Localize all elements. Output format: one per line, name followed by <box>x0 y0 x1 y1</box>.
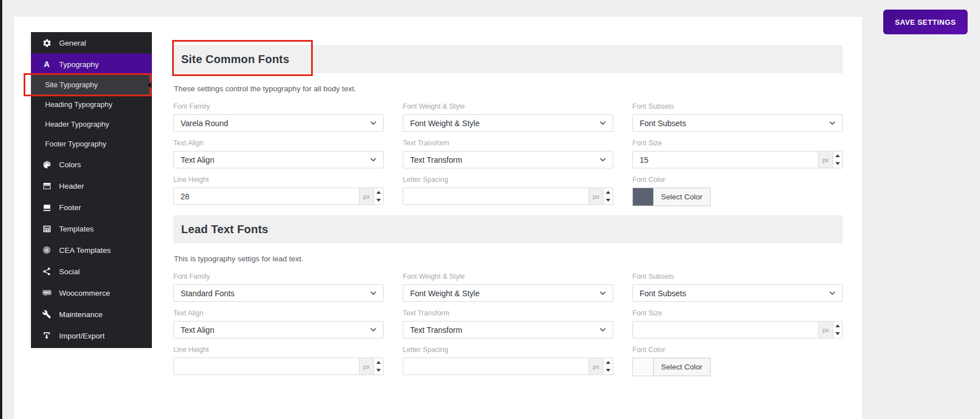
wrench-icon <box>41 309 52 320</box>
select-value: Font Weight & Style <box>410 289 479 298</box>
sidebar-item-heading-typography[interactable]: Heading Typography <box>31 95 152 114</box>
field-font-weight: Font Weight & Style Font Weight & Style <box>403 102 613 132</box>
sidebar-item-maintenance[interactable]: Maintenance <box>31 304 152 325</box>
text-transform-select[interactable]: Text Transform <box>403 321 613 338</box>
field-label: Letter Spacing <box>403 176 613 184</box>
field-label: Font Family <box>173 102 384 110</box>
line-height-input[interactable] <box>174 188 359 204</box>
font-subsets-select[interactable]: Font Subsets <box>632 284 843 302</box>
fields-grid: Font Family Standard Fonts Font Weight &… <box>173 273 843 376</box>
sidebar-label: Footer <box>59 203 81 212</box>
sidebar-label: Maintenance <box>59 310 102 319</box>
chevron-down-icon <box>600 121 606 125</box>
sidebar-item-header[interactable]: Header <box>31 175 152 197</box>
section-title: Lead Text Fonts <box>181 223 268 236</box>
stepper-up-icon[interactable] <box>604 188 613 197</box>
px-unit-badge: px <box>588 358 603 375</box>
font-family-select[interactable]: Varela Round <box>173 114 384 132</box>
select-color-button[interactable]: Select Color <box>653 358 711 376</box>
sidebar-item-templates[interactable]: Templates <box>31 218 152 239</box>
font-size-input[interactable] <box>633 322 818 338</box>
settings-content: Site Common Fonts These settings control… <box>173 45 843 376</box>
stepper-up-icon[interactable] <box>374 358 383 367</box>
letter-spacing-input[interactable] <box>403 358 588 375</box>
text-transform-select[interactable]: Text Transform <box>403 151 613 168</box>
font-family-select[interactable]: Standard Fonts <box>173 284 384 302</box>
number-stepper <box>374 358 383 375</box>
field-text-align: Text Align Text Align <box>173 139 384 168</box>
text-align-select[interactable]: Text Align <box>173 151 384 168</box>
line-height-input[interactable] <box>174 358 359 375</box>
section-header-band: Site Common Fonts <box>173 45 843 73</box>
import-export-icon <box>41 330 52 341</box>
sidebar-item-typography[interactable]: A Typography <box>31 54 152 75</box>
field-label: Font Subsets <box>632 102 843 110</box>
color-swatch[interactable] <box>632 188 653 206</box>
px-unit-badge: px <box>359 358 374 375</box>
stepper-down-icon[interactable] <box>374 197 383 205</box>
sidebar-label: Site Typography <box>45 81 98 89</box>
field-label: Font Color <box>632 176 843 184</box>
field-label: Text Transform <box>403 309 613 317</box>
field-label: Text Align <box>173 309 384 317</box>
chevron-down-icon <box>370 158 376 162</box>
sidebar-item-site-typography[interactable]: Site Typography <box>31 75 152 95</box>
stepper-up-icon[interactable] <box>374 188 383 197</box>
sidebar-item-colors[interactable]: Colors <box>31 154 152 175</box>
sidebar-label: Typography <box>59 60 99 69</box>
palette-icon <box>41 159 52 170</box>
stepper-down-icon[interactable] <box>833 160 842 168</box>
font-weight-select[interactable]: Font Weight & Style <box>403 114 613 132</box>
stepper-down-icon[interactable] <box>833 330 842 338</box>
sidebar-item-import-export[interactable]: Import/Export <box>31 325 152 346</box>
sidebar-label: Header Typography <box>45 120 109 128</box>
stepper-up-icon[interactable] <box>833 151 842 160</box>
chevron-down-icon <box>600 158 606 162</box>
sidebar-item-general[interactable]: General <box>31 32 152 54</box>
select-color-button[interactable]: Select Color <box>653 188 711 206</box>
chevron-down-icon <box>829 121 835 125</box>
letter-spacing-input[interactable] <box>403 188 588 204</box>
font-size-input[interactable] <box>633 151 818 168</box>
field-font-color: Font Color Select Color <box>632 176 843 206</box>
field-label: Font Weight & Style <box>403 273 613 280</box>
sidebar-item-header-typography[interactable]: Header Typography <box>31 114 152 134</box>
field-font-subsets: Font Subsets Font Subsets <box>632 273 843 302</box>
px-unit-badge: px <box>359 188 374 204</box>
sidebar-item-footer-typography[interactable]: Footer Typography <box>31 134 152 154</box>
sidebar-label: Social <box>59 268 80 276</box>
text-align-select[interactable]: Text Align <box>173 321 384 338</box>
svg-text:WOO: WOO <box>44 291 50 294</box>
sidebar-item-footer[interactable]: Footer <box>31 197 152 218</box>
select-value: Varela Round <box>181 119 228 128</box>
font-subsets-select[interactable]: Font Subsets <box>632 114 843 132</box>
field-line-height: Line Height px <box>173 346 384 376</box>
sidebar-item-social[interactable]: Social <box>31 261 152 282</box>
stepper-up-icon[interactable] <box>604 358 613 367</box>
field-label: Font Family <box>173 273 384 280</box>
stepper-down-icon[interactable] <box>604 197 613 205</box>
section-site-common-fonts: Site Common Fonts These settings control… <box>173 45 843 206</box>
font-weight-select[interactable]: Font Weight & Style <box>403 284 613 302</box>
field-letter-spacing: Letter Spacing px <box>403 176 613 206</box>
field-label: Font Size <box>632 309 843 317</box>
field-font-weight: Font Weight & Style Font Weight & Style <box>403 273 613 302</box>
sidebar-label: Woocommerce <box>59 289 110 297</box>
stepper-up-icon[interactable] <box>833 322 842 330</box>
field-text-transform: Text Transform Text Transform <box>403 139 613 168</box>
field-label: Font Size <box>632 139 843 147</box>
field-font-family: Font Family Standard Fonts <box>173 273 384 302</box>
save-settings-button[interactable]: SAVE SETTINGS <box>883 10 968 34</box>
select-value: Standard Fonts <box>181 289 235 298</box>
select-value: Font Subsets <box>640 119 686 128</box>
chevron-down-icon <box>600 328 606 332</box>
color-swatch[interactable] <box>632 358 653 376</box>
sidebar-label: General <box>59 39 86 47</box>
sidebar-label: Import/Export <box>59 332 105 340</box>
number-stepper <box>603 188 613 204</box>
sidebar-label: Heading Typography <box>45 100 113 109</box>
stepper-down-icon[interactable] <box>604 367 613 375</box>
sidebar-item-cea-templates[interactable]: CEA Templates <box>31 239 152 261</box>
stepper-down-icon[interactable] <box>374 367 383 375</box>
sidebar-item-woocommerce[interactable]: WOO Woocommerce <box>31 282 152 304</box>
